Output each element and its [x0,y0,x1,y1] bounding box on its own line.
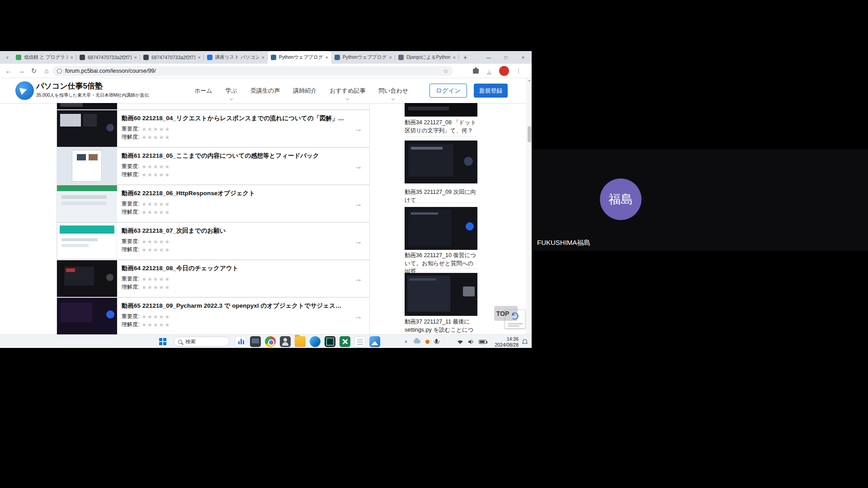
star-rating-icons[interactable]: ★★★★★ [142,135,170,140]
browser-tab[interactable]: DjangoによるPythonウェ × [395,51,459,64]
video-thumbnail[interactable] [57,298,117,334]
arrow-right-icon[interactable]: → [354,274,362,284]
volume-icon[interactable] [467,335,476,348]
video-thumbnail[interactable] [57,110,117,147]
signup-button[interactable]: 新規登録 [474,84,508,98]
arrow-right-icon[interactable]: → [354,312,362,321]
video-thumbnail[interactable] [57,185,117,222]
star-rating-icons[interactable]: ★★★★★ [142,202,170,207]
sidebar-video-thumbnail[interactable] [405,273,477,316]
tray-chevron-icon[interactable]: ∧ [402,335,410,348]
tab-close-icon[interactable]: × [262,55,264,60]
taskbar-clock[interactable]: 14:36 2024/08/28 [491,336,519,348]
taskbar-search[interactable]: 検索 [174,337,230,347]
notifications-bell-icon[interactable] [521,335,529,348]
star-rating-icons[interactable]: ★★★★★ [142,277,170,282]
taskbar-app-file-explorer-icon[interactable] [295,336,306,347]
home-button[interactable]: ⌂ [41,64,52,78]
video-thumbnail[interactable] [57,223,117,259]
browser-tab[interactable]: 68747470733a2f2f716 × [76,51,140,64]
nav-item-contact[interactable]: 問い合わせ [378,87,408,95]
lesson-card[interactable]: 動画63 221218_07_次回までのお願い 重要度:★★★★★ 理解度:★★… [57,222,370,260]
nav-item-learn[interactable]: 学ぶ [226,87,237,95]
importance-rating[interactable]: 重要度:★★★★★ [122,163,170,170]
importance-rating[interactable]: 重要度:★★★★★ [122,126,170,132]
importance-rating[interactable]: 重要度:★★★★★ [122,313,170,320]
tab-close-icon[interactable]: × [326,55,328,60]
sidebar-video-thumbnail[interactable] [405,103,477,117]
forward-button[interactable]: → [15,64,27,78]
browser-tab[interactable]: 講座リスト パソコン仕事 × [204,51,268,64]
taskbar-app-photos-icon[interactable] [369,336,380,347]
arrow-right-icon[interactable]: → [354,162,362,171]
arrow-right-icon[interactable]: → [354,237,362,246]
understanding-rating[interactable]: 理解度:★★★★★ [122,171,170,178]
star-rating-icons[interactable]: ★★★★★ [142,322,170,328]
minimize-button[interactable]: — [480,51,497,64]
taskbar-app-excel-icon[interactable] [340,336,350,347]
video-thumbnail[interactable] [57,148,117,184]
lesson-card[interactable]: 動画62 221218_06_HttpResponseオブジェクト 重要度:★★… [57,185,370,222]
understanding-rating[interactable]: 理解度:★★★★★ [122,284,170,291]
back-button[interactable]: ← [3,64,14,78]
weather-cloud-icon[interactable] [412,335,421,348]
lesson-card[interactable]: 動画61 221218_05_ここまでの内容についての感想等とフィードバック 重… [57,147,370,185]
url-bar[interactable]: forum.pc5bai.com/lesson/course/99/ ☆ [52,66,453,76]
importance-rating[interactable]: 重要度:★★★★★ [122,201,170,207]
understanding-rating[interactable]: 理解度:★★★★★ [122,321,170,328]
arrow-right-icon[interactable]: → [354,199,362,209]
star-rating-icons[interactable]: ★★★★★ [142,210,170,215]
star-rating-icons[interactable]: ★★★★★ [142,314,170,319]
understanding-rating[interactable]: 理解度:★★★★★ [122,246,170,253]
url-text[interactable]: forum.pc5bai.com/lesson/course/99/ [65,68,440,74]
new-tab-button[interactable]: + [461,53,470,62]
nav-item-home[interactable]: ホーム [194,87,212,95]
browser-menu-icon[interactable]: ⋮ [514,64,523,78]
sidebar-video-thumbnail[interactable] [405,207,477,250]
tab-close-icon[interactable]: × [71,55,73,60]
tab-close-icon[interactable]: × [198,55,201,60]
star-rating-icons[interactable]: ★★★★★ [142,164,170,169]
importance-rating[interactable]: 重要度:★★★★★ [122,238,170,245]
understanding-rating[interactable]: 理解度:★★★★★ [122,209,170,216]
close-button[interactable]: × [514,51,532,64]
bookmark-star-icon[interactable]: ☆ [443,68,448,75]
scroll-up-arrow[interactable]: ▲ [527,79,532,82]
profile-avatar[interactable] [499,66,509,76]
nav-item-instructors[interactable]: 講師紹介 [293,87,316,95]
site-info-icon[interactable] [57,69,62,74]
taskbar-app-contacts-icon[interactable] [280,336,291,347]
taskbar-app-chrome-icon[interactable] [265,336,276,347]
tab-close-icon[interactable]: × [453,55,456,60]
taskbar-app-pycharm-icon[interactable] [325,336,335,347]
login-button[interactable]: ログイン [429,84,467,98]
microphone-icon[interactable] [433,335,440,348]
taskbar-app-stocks-icon[interactable] [235,336,246,347]
tray-app-icon[interactable] [424,335,430,348]
star-rating-icons[interactable]: ★★★★★ [142,172,170,178]
tab-search-button[interactable]: ∨ [3,53,12,62]
star-rating-icons[interactable]: ★★★★★ [142,285,170,290]
reload-button[interactable]: ↻ [28,64,40,78]
sidebar-video-caption[interactable]: 動画34 221127_08 「ドット区切りの文字列」て、何？ [405,119,477,135]
star-rating-icons[interactable]: ★★★★★ [142,127,170,132]
browser-tab[interactable]: 低信頼 と プログラミン × [13,51,76,64]
sidebar-video-caption[interactable]: 動画37 221127_11 最後に settings.py を読むことについて [405,318,477,334]
back-to-top-button[interactable]: TOP ▲ [494,306,518,321]
taskbar-app-monitor-icon[interactable] [250,336,261,347]
site-logo[interactable] [15,81,34,100]
page-scrollbar[interactable]: ▲ [526,78,532,334]
star-rating-icons[interactable]: ★★★★★ [142,247,170,253]
sidebar-video-caption[interactable]: 動画35 221127_09 次回に向けて [405,188,477,204]
lesson-card[interactable]: 動画64 221218_08_今日のチェックアウト 重要度:★★★★★ 理解度:… [57,260,370,297]
tab-close-icon[interactable]: × [389,55,392,60]
nav-item-voices[interactable]: 受講生の声 [250,87,280,95]
lesson-card[interactable]: 動画60 221218_04_リクエストからレスポンスまでの流れについての「図解… [57,110,370,147]
nav-item-articles[interactable]: おすすめ記事 [330,87,365,95]
start-button[interactable] [158,337,168,347]
lesson-card[interactable]: 動画65 221218_09_Pycharm 2022.3 で openpyxl… [57,297,370,334]
understanding-rating[interactable]: 理解度:★★★★★ [122,134,170,141]
importance-rating[interactable]: 重要度:★★★★★ [122,276,170,282]
video-thumbnail[interactable] [57,260,117,297]
wifi-icon[interactable] [456,335,465,348]
